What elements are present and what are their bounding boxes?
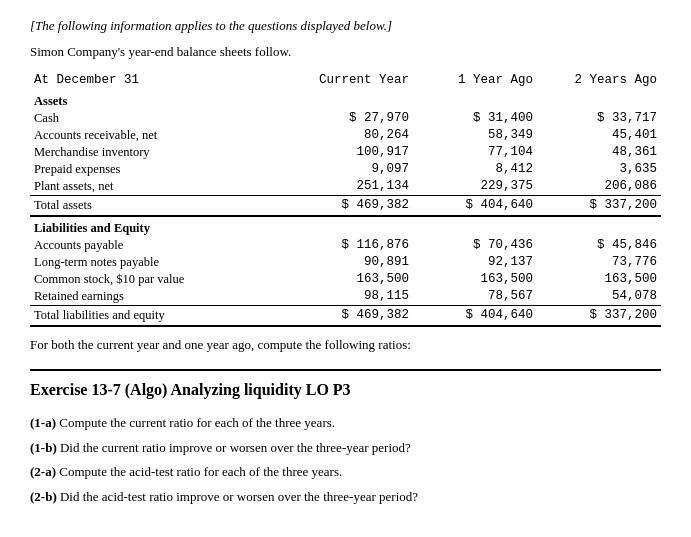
q1a-text: Compute the current ratio for each of th… [59,415,335,430]
row-current: 163,500 [278,271,413,288]
table-row: Prepaid expenses9,0978,4123,635 [30,161,661,178]
subtitle-text: Simon Company's year-end balance sheets … [30,44,661,60]
total-2yr: $ 337,200 [537,306,661,327]
q2a-text: Compute the acid-test ratio for each of … [59,464,342,479]
row-current: 251,134 [278,178,413,196]
row-2yr: $ 45,846 [537,237,661,254]
row-label: Accounts payable [30,237,278,254]
question-1b: (1-b) Did the current ratio improve or w… [30,438,661,458]
question-2a: (2-a) Compute the acid-test ratio for ea… [30,462,661,482]
section-title: Assets [30,90,661,110]
q1b-text: Did the current ratio improve or worsen … [60,440,411,455]
question-1a: (1-a) Compute the current ratio for each… [30,413,661,433]
q1b-prefix: (1-b) [30,440,57,455]
total-row: Total assets$ 469,382$ 404,640$ 337,200 [30,196,661,217]
total-2yr: $ 337,200 [537,196,661,217]
row-2yr: $ 33,717 [537,110,661,127]
q1a-prefix: (1-a) [30,415,56,430]
table-row: Retained earnings98,11578,56754,078 [30,288,661,306]
row-2yr: 45,401 [537,127,661,144]
table-row: Merchandise inventory100,91777,10448,361 [30,144,661,161]
row-current: 100,917 [278,144,413,161]
row-2yr: 206,086 [537,178,661,196]
total-label: Total assets [30,196,278,217]
row-1yr: 229,375 [413,178,537,196]
q2a-prefix: (2-a) [30,464,56,479]
row-label: Plant assets, net [30,178,278,196]
note-text: For both the current year and one year a… [30,337,661,353]
row-current: 90,891 [278,254,413,271]
row-current: 9,097 [278,161,413,178]
row-2yr: 73,776 [537,254,661,271]
row-current: 98,115 [278,288,413,306]
row-1yr: 58,349 [413,127,537,144]
col-header-1yr: 1 Year Ago [413,72,537,90]
col-header-current: Current Year [278,72,413,90]
row-1yr: 77,104 [413,144,537,161]
row-label: Accounts receivable, net [30,127,278,144]
row-1yr: 92,137 [413,254,537,271]
table-row: Common stock, $10 par value163,500163,50… [30,271,661,288]
questions-section: (1-a) Compute the current ratio for each… [30,413,661,506]
section-header-row: Liabilities and Equity [30,216,661,237]
row-1yr: 78,567 [413,288,537,306]
table-row: Accounts receivable, net80,26458,34945,4… [30,127,661,144]
row-2yr: 54,078 [537,288,661,306]
total-current: $ 469,382 [278,306,413,327]
total-row: Total liabilities and equity$ 469,382$ 4… [30,306,661,327]
row-label: Common stock, $10 par value [30,271,278,288]
exercise-title: Exercise 13-7 (Algo) Analyzing liquidity… [30,381,661,399]
section-title: Liabilities and Equity [30,216,661,237]
table-row: Accounts payable$ 116,876$ 70,436$ 45,84… [30,237,661,254]
row-current: $ 116,876 [278,237,413,254]
col-header-2yr: 2 Years Ago [537,72,661,90]
row-label: Merchandise inventory [30,144,278,161]
q2b-prefix: (2-b) [30,489,57,504]
col-header-label: At December 31 [30,72,278,90]
row-1yr: 163,500 [413,271,537,288]
q2b-text: Did the acid-test ratio improve or worse… [60,489,418,504]
section-divider [30,369,661,371]
row-label: Cash [30,110,278,127]
balance-sheet-table: At December 31 Current Year 1 Year Ago 2… [30,72,661,327]
table-row: Long-term notes payable90,89192,13773,77… [30,254,661,271]
table-row: Cash$ 27,970$ 31,400$ 33,717 [30,110,661,127]
total-current: $ 469,382 [278,196,413,217]
row-1yr: 8,412 [413,161,537,178]
total-1yr: $ 404,640 [413,196,537,217]
row-current: $ 27,970 [278,110,413,127]
total-label: Total liabilities and equity [30,306,278,327]
intro-text: [The following information applies to th… [30,18,661,34]
row-label: Long-term notes payable [30,254,278,271]
section-header-row: Assets [30,90,661,110]
row-1yr: $ 70,436 [413,237,537,254]
question-2b: (2-b) Did the acid-test ratio improve or… [30,487,661,507]
row-2yr: 48,361 [537,144,661,161]
table-row: Plant assets, net251,134229,375206,086 [30,178,661,196]
row-2yr: 163,500 [537,271,661,288]
row-2yr: 3,635 [537,161,661,178]
total-1yr: $ 404,640 [413,306,537,327]
row-label: Prepaid expenses [30,161,278,178]
row-current: 80,264 [278,127,413,144]
row-label: Retained earnings [30,288,278,306]
row-1yr: $ 31,400 [413,110,537,127]
